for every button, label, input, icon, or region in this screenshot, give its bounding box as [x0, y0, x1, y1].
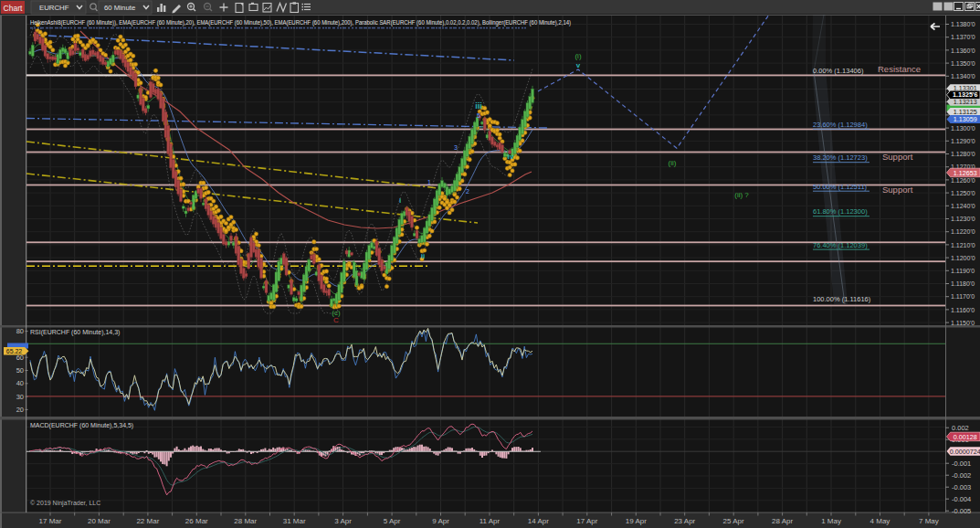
svg-text:50.00% (1.12511): 50.00% (1.12511) [813, 183, 868, 191]
svg-text:1.1280'0: 1.1280'0 [951, 151, 975, 157]
svg-text:1.13059: 1.13059 [954, 115, 977, 123]
svg-text:Support: Support [882, 152, 913, 162]
svg-text:5: 5 [477, 112, 480, 119]
svg-text:EURCHF: EURCHF [39, 4, 69, 12]
svg-text:iv: iv [508, 153, 514, 161]
svg-text:1.1360'0: 1.1360'0 [951, 48, 975, 54]
svg-text:26 Mar: 26 Mar [185, 517, 208, 525]
svg-text:v: v [576, 61, 581, 69]
svg-text:(ii): (ii) [669, 159, 677, 167]
svg-text:1.1170'0: 1.1170'0 [951, 293, 975, 300]
svg-text:Support: Support [882, 185, 913, 195]
svg-text:65.22: 65.22 [6, 348, 23, 354]
svg-text:1.1370'0: 1.1370'0 [951, 34, 975, 40]
svg-text:0.00% (1.13406): 0.00% (1.13406) [813, 67, 864, 75]
svg-text:1.1160'0: 1.1160'0 [951, 307, 975, 313]
svg-text:Resistance: Resistance [878, 64, 921, 74]
svg-text:11 Apr: 11 Apr [479, 517, 501, 525]
svg-text:61.80% (1.12300): 61.80% (1.12300) [813, 207, 868, 216]
svg-text:17 Mar: 17 Mar [39, 517, 62, 525]
svg-text:7 May: 7 May [919, 517, 939, 525]
svg-text:1.1325'6: 1.1325'6 [953, 90, 978, 99]
svg-text:© 2019 NinjaTrader, LLC: © 2019 NinjaTrader, LLC [30, 500, 100, 507]
svg-text:3: 3 [454, 144, 458, 151]
svg-text:38.20% (1.12723): 38.20% (1.12723) [813, 153, 868, 162]
svg-text:1.1340'0: 1.1340'0 [951, 73, 975, 79]
svg-text:0.00128: 0.00128 [954, 433, 977, 441]
svg-text:20 Mar: 20 Mar [88, 517, 111, 525]
svg-text:Chart: Chart [4, 4, 23, 13]
svg-text:MACD(EURCHF (60 Minute),5,34,5: MACD(EURCHF (60 Minute),5,34,5) [30, 422, 133, 429]
svg-text:1.1230'0: 1.1230'0 [951, 216, 975, 222]
svg-text:0.0000724: 0.0000724 [950, 448, 980, 456]
svg-text:C: C [333, 316, 339, 324]
svg-text:19 Apr: 19 Apr [626, 517, 647, 525]
svg-text:80: 80 [16, 327, 24, 335]
svg-text:60 Minute: 60 Minute [104, 4, 135, 12]
svg-text:1.1220'0: 1.1220'0 [951, 228, 975, 235]
svg-text:(i): (i) [574, 52, 581, 60]
svg-text:1 May: 1 May [821, 517, 841, 525]
svg-text:22 Mar: 22 Mar [136, 517, 159, 525]
svg-text:i: i [399, 196, 401, 205]
svg-text:-0.003: -0.003 [952, 483, 971, 491]
svg-text:28 Mar: 28 Mar [234, 517, 257, 525]
svg-text:1.1380'0: 1.1380'0 [951, 21, 975, 27]
svg-text:20: 20 [16, 406, 24, 414]
svg-text:iii: iii [475, 101, 482, 111]
svg-text:ii: ii [421, 252, 425, 260]
svg-text:2: 2 [466, 188, 469, 195]
svg-text:(ii) ?: (ii) ? [734, 191, 749, 199]
svg-text:1.1200'0: 1.1200'0 [951, 255, 975, 261]
svg-text:1.12653: 1.12653 [954, 169, 977, 177]
svg-text:14 Apr: 14 Apr [528, 517, 549, 525]
svg-text:1.1250'0: 1.1250'0 [951, 190, 975, 196]
svg-text:1.1190'0: 1.1190'0 [951, 268, 975, 274]
svg-text:50: 50 [16, 366, 24, 375]
svg-text:RSI(EURCHF (60 Minute),14,3): RSI(EURCHF (60 Minute),14,3) [30, 329, 120, 336]
svg-text:17 Apr: 17 Apr [576, 517, 597, 525]
svg-text:25 Apr: 25 Apr [723, 517, 744, 525]
svg-text:23.60% (1.12984): 23.60% (1.12984) [813, 121, 868, 129]
svg-text:1.1180'0: 1.1180'0 [951, 280, 975, 287]
svg-text:23 Apr: 23 Apr [674, 517, 695, 525]
svg-text:5 Apr: 5 Apr [384, 517, 401, 525]
svg-text:40: 40 [16, 379, 24, 387]
svg-text:1: 1 [427, 179, 431, 185]
svg-text:9 Apr: 9 Apr [432, 517, 449, 525]
svg-text:76.40% (1.12039): 76.40% (1.12039) [813, 241, 868, 249]
svg-text:1.1300'0: 1.1300'0 [951, 125, 975, 132]
svg-text:HeikenAshi8(EURCHF (60 Minute): HeikenAshi8(EURCHF (60 Minute)), EMA(EUR… [30, 19, 571, 26]
svg-text:4 May: 4 May [870, 517, 890, 525]
svg-text:3 Apr: 3 Apr [334, 517, 352, 525]
svg-text:-0.004: -0.004 [952, 495, 971, 503]
svg-text:30: 30 [16, 393, 24, 401]
svg-text:1.1350'0: 1.1350'0 [951, 60, 975, 67]
svg-text:1.1260'0: 1.1260'0 [951, 177, 975, 184]
svg-text:-0.005: -0.005 [952, 507, 971, 515]
svg-text:1.1210'0: 1.1210'0 [951, 242, 975, 248]
svg-text:1.1290'0: 1.1290'0 [951, 138, 975, 144]
svg-text:0.002: 0.002 [952, 424, 969, 432]
svg-text:31 Mar: 31 Mar [283, 517, 306, 525]
svg-text:1.1150'0: 1.1150'0 [951, 320, 975, 326]
svg-text:1.1240'0: 1.1240'0 [951, 203, 975, 209]
svg-text:100.00% (1.11616): 100.00% (1.11616) [813, 295, 871, 303]
svg-text:-0.002: -0.002 [952, 471, 971, 480]
svg-text:-0.001: -0.001 [952, 459, 971, 468]
svg-text:28 Apr: 28 Apr [772, 517, 793, 525]
